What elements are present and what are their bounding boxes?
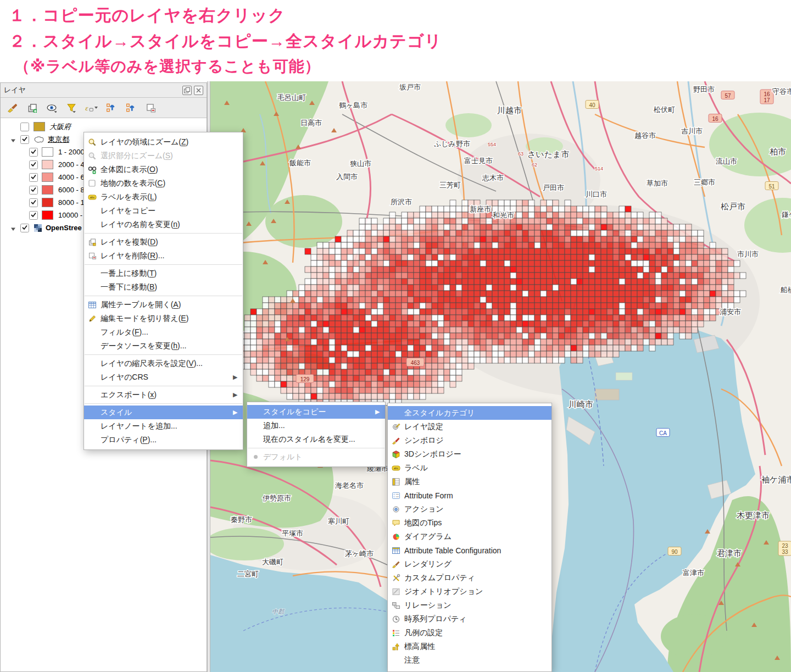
layer-checkbox[interactable] <box>29 173 38 182</box>
class-label: 6000 - 8 <box>58 186 85 194</box>
menu-item-4[interactable]: abcラベル <box>388 461 552 475</box>
menu-item-20[interactable]: プロパティ(P)... <box>84 433 243 447</box>
menu-item-0[interactable]: 全スタイルカテゴリ <box>388 406 552 420</box>
menu-item-10[interactable]: Attribute Table Configuration <box>388 543 552 557</box>
remove-layer-button[interactable] <box>143 101 158 115</box>
menu-item-label: データソースを変更(h)... <box>101 341 233 351</box>
menu-item-9[interactable]: ダイアグラム <box>388 530 552 543</box>
menu-item-8[interactable]: レイヤを削除(R)... <box>84 249 243 263</box>
menu-item-15[interactable]: レイヤの縮尺表示を設定(V)... <box>84 357 243 370</box>
menu-item-5[interactable]: レイヤをコピー <box>84 204 243 218</box>
menu-item-2[interactable]: 全体図に表示(O) <box>84 163 243 176</box>
layer-checkbox[interactable] <box>20 135 29 144</box>
menu-item-16[interactable]: 凡例の設定 <box>388 626 552 640</box>
layer-checkbox[interactable] <box>20 123 29 131</box>
collapse-all-button[interactable] <box>124 101 138 115</box>
remove-layer-icon <box>146 103 155 113</box>
menu-item-16[interactable]: レイヤのCRS▶ <box>84 370 243 384</box>
menu-item-1[interactable]: 追加... <box>247 419 385 432</box>
menu-item-11[interactable]: レンダリング <box>388 557 552 571</box>
map-label: 富津市 <box>683 569 704 577</box>
layer-checkbox[interactable] <box>29 198 38 207</box>
layer-row-0[interactable]: 大阪府 <box>1 120 207 133</box>
annotation-step-1: １．コピー元のレイヤを右クリック <box>9 4 286 27</box>
menu-item-4[interactable]: abcラベルを表示(L) <box>84 190 243 204</box>
menu-item-14[interactable]: データソースを変更(h)... <box>84 339 243 353</box>
dropdown-arrow-icon <box>94 103 98 112</box>
class-label: 4000 - 6 <box>58 173 85 181</box>
svg-text:16: 16 <box>764 91 770 97</box>
class-swatch <box>42 147 53 157</box>
map-label: 川口市 <box>586 190 607 198</box>
tree-expander-icon[interactable] <box>10 225 16 231</box>
menu-item-17[interactable]: エクスポート(x)▶ <box>84 388 243 402</box>
map-label: 平塚市 <box>282 529 303 537</box>
menu-item-label: 全体図に表示(O) <box>101 165 233 175</box>
tree-expander-icon[interactable] <box>10 137 16 142</box>
menu-item-6[interactable]: レイヤの名前を変更(n) <box>84 218 243 231</box>
menu-item-9[interactable]: 一番上に移動(T) <box>84 266 243 280</box>
menu-item-0[interactable]: スタイルをコピー▶ <box>247 405 385 419</box>
menu-item-12[interactable]: カスタムプロパティ <box>388 571 552 585</box>
menu-item-0[interactable]: レイヤの領域にズーム(Z) <box>84 135 243 149</box>
close-panel-button[interactable] <box>194 86 203 95</box>
svg-text:abc: abc <box>394 466 399 470</box>
svg-text:CA: CA <box>659 430 667 436</box>
menu-item-10[interactable]: 一番下に移動(B) <box>84 280 243 294</box>
menu-item-label: レイヤを複製(D) <box>101 237 233 247</box>
manage-map-themes-button[interactable] <box>44 101 59 115</box>
menu-item-3[interactable]: 地物の数を表示(C) <box>84 176 243 190</box>
menu-item-5[interactable]: 属性 <box>388 475 552 488</box>
maptips-icon <box>392 519 400 527</box>
map-label: 所沢市 <box>391 198 412 206</box>
open-layer-styling-button[interactable] <box>5 101 19 115</box>
menu-item-label: デフォルト <box>263 452 375 462</box>
menu-item-7[interactable]: レイヤを複製(D) <box>84 235 243 249</box>
menu-item-label: レイヤをコピー <box>101 206 233 216</box>
menu-item-2[interactable]: 現在のスタイル名を変更... <box>247 432 385 446</box>
add-group-button[interactable] <box>25 101 39 115</box>
relations-icon <box>392 601 400 610</box>
layer-checkbox[interactable] <box>29 211 38 220</box>
svg-text:90: 90 <box>671 549 678 555</box>
menu-item-7[interactable]: アクション <box>388 502 552 516</box>
layer-checkbox[interactable] <box>29 148 38 157</box>
menu-item-19[interactable]: レイヤノートを追加... <box>84 419 243 433</box>
class-label: 1 - 2000 <box>58 148 85 156</box>
layer-context-menu: レイヤの領域にズーム(Z)選択部分にズーム(S)全体図に表示(O)地物の数を表示… <box>83 132 243 450</box>
menu-item-18[interactable]: 注意 <box>388 653 552 667</box>
menu-item-13[interactable]: ジオメトリオプション <box>388 585 552 598</box>
elevation-icon <box>392 642 400 651</box>
menu-item-label: アクション <box>404 504 542 514</box>
menu-item-6[interactable]: Attribute Form <box>388 488 552 502</box>
menu-item-13[interactable]: フィルタ(F)... <box>84 325 243 339</box>
menu-separator <box>85 403 242 404</box>
layer-checkbox[interactable] <box>20 224 29 232</box>
filter-expression-icon: ε <box>84 103 94 113</box>
filter-expression-button[interactable]: ε <box>84 101 98 115</box>
filter-legend-button[interactable] <box>64 101 79 115</box>
layer-checkbox[interactable] <box>29 160 38 169</box>
svg-text:463: 463 <box>411 360 420 366</box>
float-panel-button[interactable] <box>182 86 192 95</box>
menu-item-label: 属性 <box>404 477 542 487</box>
menu-item-2[interactable]: シンボロジ <box>388 434 552 447</box>
map-label: 柏市 <box>770 147 786 156</box>
menu-item-1[interactable]: レイヤ設定 <box>388 420 552 434</box>
menu-separator <box>248 448 385 448</box>
menu-item-11[interactable]: 属性テーブルを開く(A) <box>84 298 243 312</box>
menu-item-12[interactable]: 編集モードを切り替え(E) <box>84 312 243 325</box>
menu-item-3[interactable]: 3Dシンボロジー <box>388 447 552 461</box>
menu-item-14[interactable]: リレーション <box>388 598 552 612</box>
class-label: 10000 - <box>58 211 82 219</box>
menu-item-label: スタイル <box>101 408 233 418</box>
map-label: 君津市 <box>717 548 742 558</box>
layers-panel-header: レイヤ <box>1 83 207 98</box>
menu-item-17[interactable]: 標高属性 <box>388 640 552 653</box>
overview-icon <box>88 165 97 174</box>
menu-item-18[interactable]: スタイル▶ <box>84 406 243 419</box>
expand-all-button[interactable] <box>104 101 118 115</box>
menu-item-15[interactable]: 時系列プロパティ <box>388 612 552 626</box>
layer-checkbox[interactable] <box>29 186 38 195</box>
menu-item-8[interactable]: 地図のTips <box>388 516 552 530</box>
